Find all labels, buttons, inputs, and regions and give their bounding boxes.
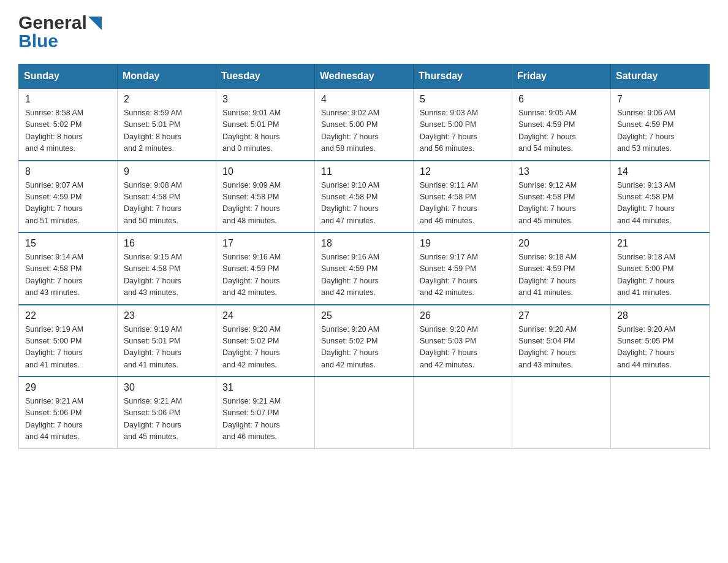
calendar-day-cell: 18 Sunrise: 9:16 AM Sunset: 4:59 PM Dayl… (315, 232, 414, 305)
day-info: Sunrise: 9:09 AM Sunset: 4:58 PM Dayligh… (222, 180, 308, 228)
logo: General Blue (18, 12, 102, 52)
logo-triangle-icon (88, 17, 102, 30)
day-info: Sunrise: 9:20 AM Sunset: 5:02 PM Dayligh… (222, 324, 308, 372)
calendar-day-cell: 16 Sunrise: 9:15 AM Sunset: 4:58 PM Dayl… (118, 232, 216, 305)
day-number: 22 (25, 310, 111, 321)
day-number: 8 (25, 166, 111, 177)
calendar-day-cell: 21 Sunrise: 9:18 AM Sunset: 5:00 PM Dayl… (611, 232, 710, 305)
day-info: Sunrise: 8:59 AM Sunset: 5:01 PM Dayligh… (124, 107, 210, 155)
calendar-day-cell: 7 Sunrise: 9:06 AM Sunset: 4:59 PM Dayli… (611, 88, 710, 161)
day-number: 13 (518, 166, 604, 177)
day-info: Sunrise: 9:18 AM Sunset: 5:00 PM Dayligh… (617, 251, 703, 299)
day-number: 26 (420, 310, 506, 321)
day-info: Sunrise: 9:11 AM Sunset: 4:58 PM Dayligh… (420, 180, 506, 228)
day-info: Sunrise: 9:20 AM Sunset: 5:04 PM Dayligh… (518, 324, 604, 372)
day-info: Sunrise: 9:20 AM Sunset: 5:03 PM Dayligh… (420, 324, 506, 372)
day-number: 27 (518, 310, 604, 321)
calendar-day-cell: 13 Sunrise: 9:12 AM Sunset: 4:58 PM Dayl… (512, 161, 611, 233)
column-header-saturday: Saturday (611, 64, 710, 89)
calendar-week-row: 8 Sunrise: 9:07 AM Sunset: 4:59 PM Dayli… (19, 161, 710, 233)
day-number: 15 (25, 238, 111, 249)
day-number: 5 (420, 94, 506, 105)
calendar-day-cell (512, 377, 611, 448)
day-info: Sunrise: 9:16 AM Sunset: 4:59 PM Dayligh… (321, 251, 407, 299)
calendar-day-cell: 30 Sunrise: 9:21 AM Sunset: 5:06 PM Dayl… (118, 377, 216, 448)
page-header: General Blue (18, 12, 710, 52)
calendar-week-row: 29 Sunrise: 9:21 AM Sunset: 5:06 PM Dayl… (19, 377, 710, 448)
calendar-day-cell: 22 Sunrise: 9:19 AM Sunset: 5:00 PM Dayl… (19, 305, 118, 377)
day-number: 14 (617, 166, 703, 177)
logo-blue-text: Blue (18, 31, 58, 52)
day-info: Sunrise: 9:05 AM Sunset: 4:59 PM Dayligh… (518, 107, 604, 155)
calendar-day-cell: 10 Sunrise: 9:09 AM Sunset: 4:58 PM Dayl… (216, 161, 315, 233)
calendar-day-cell: 19 Sunrise: 9:17 AM Sunset: 4:59 PM Dayl… (414, 232, 512, 305)
day-info: Sunrise: 9:01 AM Sunset: 5:01 PM Dayligh… (222, 107, 308, 155)
day-info: Sunrise: 9:20 AM Sunset: 5:05 PM Dayligh… (617, 324, 703, 372)
calendar-day-cell: 26 Sunrise: 9:20 AM Sunset: 5:03 PM Dayl… (414, 305, 512, 377)
calendar-day-cell: 28 Sunrise: 9:20 AM Sunset: 5:05 PM Dayl… (611, 305, 710, 377)
calendar-day-cell: 17 Sunrise: 9:16 AM Sunset: 4:59 PM Dayl… (216, 232, 315, 305)
day-info: Sunrise: 9:13 AM Sunset: 4:58 PM Dayligh… (617, 180, 703, 228)
calendar-week-row: 22 Sunrise: 9:19 AM Sunset: 5:00 PM Dayl… (19, 305, 710, 377)
day-info: Sunrise: 9:19 AM Sunset: 5:01 PM Dayligh… (124, 324, 210, 372)
day-number: 16 (124, 238, 210, 249)
column-header-thursday: Thursday (414, 64, 512, 89)
day-info: Sunrise: 9:14 AM Sunset: 4:58 PM Dayligh… (25, 251, 111, 299)
day-number: 23 (124, 310, 210, 321)
day-number: 12 (420, 166, 506, 177)
day-number: 24 (222, 310, 308, 321)
calendar-day-cell: 5 Sunrise: 9:03 AM Sunset: 5:00 PM Dayli… (414, 88, 512, 161)
calendar-day-cell: 2 Sunrise: 8:59 AM Sunset: 5:01 PM Dayli… (118, 88, 216, 161)
day-number: 4 (321, 94, 407, 105)
calendar-day-cell: 20 Sunrise: 9:18 AM Sunset: 4:59 PM Dayl… (512, 232, 611, 305)
calendar-day-cell: 1 Sunrise: 8:58 AM Sunset: 5:02 PM Dayli… (19, 88, 118, 161)
day-info: Sunrise: 9:03 AM Sunset: 5:00 PM Dayligh… (420, 107, 506, 155)
day-info: Sunrise: 9:20 AM Sunset: 5:02 PM Dayligh… (321, 324, 407, 372)
day-number: 25 (321, 310, 407, 321)
day-number: 11 (321, 166, 407, 177)
day-info: Sunrise: 9:21 AM Sunset: 5:06 PM Dayligh… (124, 396, 210, 443)
calendar-header-row: SundayMondayTuesdayWednesdayThursdayFrid… (19, 64, 710, 89)
day-info: Sunrise: 9:15 AM Sunset: 4:58 PM Dayligh… (124, 251, 210, 299)
calendar-day-cell: 29 Sunrise: 9:21 AM Sunset: 5:06 PM Dayl… (19, 377, 118, 448)
calendar-table: SundayMondayTuesdayWednesdayThursdayFrid… (18, 64, 710, 449)
day-info: Sunrise: 9:10 AM Sunset: 4:58 PM Dayligh… (321, 180, 407, 228)
day-info: Sunrise: 9:21 AM Sunset: 5:07 PM Dayligh… (222, 396, 308, 443)
day-number: 28 (617, 310, 703, 321)
column-header-monday: Monday (118, 64, 216, 89)
column-header-wednesday: Wednesday (315, 64, 414, 89)
calendar-day-cell: 14 Sunrise: 9:13 AM Sunset: 4:58 PM Dayl… (611, 161, 710, 233)
day-number: 31 (222, 382, 308, 393)
calendar-day-cell: 8 Sunrise: 9:07 AM Sunset: 4:59 PM Dayli… (19, 161, 118, 233)
day-info: Sunrise: 9:06 AM Sunset: 4:59 PM Dayligh… (617, 107, 703, 155)
svg-marker-0 (88, 17, 102, 30)
day-info: Sunrise: 9:18 AM Sunset: 4:59 PM Dayligh… (518, 251, 604, 299)
day-number: 1 (25, 94, 111, 105)
day-number: 2 (124, 94, 210, 105)
day-number: 29 (25, 382, 111, 393)
calendar-day-cell: 23 Sunrise: 9:19 AM Sunset: 5:01 PM Dayl… (118, 305, 216, 377)
day-info: Sunrise: 8:58 AM Sunset: 5:02 PM Dayligh… (25, 107, 111, 155)
calendar-day-cell: 24 Sunrise: 9:20 AM Sunset: 5:02 PM Dayl… (216, 305, 315, 377)
day-number: 10 (222, 166, 308, 177)
calendar-day-cell (315, 377, 414, 448)
column-header-friday: Friday (512, 64, 611, 89)
day-number: 9 (124, 166, 210, 177)
calendar-day-cell: 3 Sunrise: 9:01 AM Sunset: 5:01 PM Dayli… (216, 88, 315, 161)
day-number: 20 (518, 238, 604, 249)
column-header-sunday: Sunday (19, 64, 118, 89)
day-number: 7 (617, 94, 703, 105)
calendar-day-cell: 27 Sunrise: 9:20 AM Sunset: 5:04 PM Dayl… (512, 305, 611, 377)
calendar-day-cell: 4 Sunrise: 9:02 AM Sunset: 5:00 PM Dayli… (315, 88, 414, 161)
day-number: 30 (124, 382, 210, 393)
calendar-day-cell: 25 Sunrise: 9:20 AM Sunset: 5:02 PM Dayl… (315, 305, 414, 377)
day-info: Sunrise: 9:19 AM Sunset: 5:00 PM Dayligh… (25, 324, 111, 372)
column-header-tuesday: Tuesday (216, 64, 315, 89)
day-number: 19 (420, 238, 506, 249)
day-info: Sunrise: 9:08 AM Sunset: 4:58 PM Dayligh… (124, 180, 210, 228)
calendar-day-cell: 31 Sunrise: 9:21 AM Sunset: 5:07 PM Dayl… (216, 377, 315, 448)
calendar-week-row: 15 Sunrise: 9:14 AM Sunset: 4:58 PM Dayl… (19, 232, 710, 305)
calendar-day-cell (414, 377, 512, 448)
calendar-day-cell: 6 Sunrise: 9:05 AM Sunset: 4:59 PM Dayli… (512, 88, 611, 161)
day-number: 18 (321, 238, 407, 249)
